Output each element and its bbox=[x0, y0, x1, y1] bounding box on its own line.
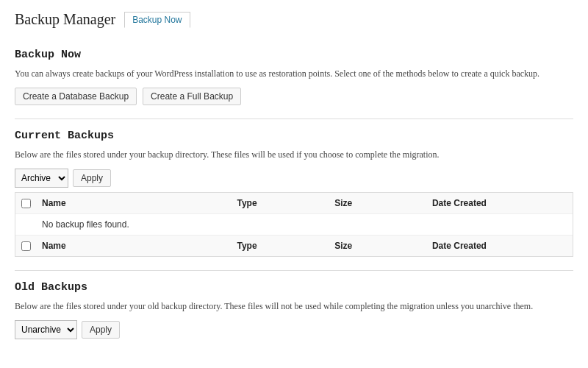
footer-checkbox-cell bbox=[15, 236, 36, 256]
old-backups-apply-button[interactable]: Apply bbox=[82, 321, 120, 339]
backup-now-title: Backup Now bbox=[15, 49, 573, 61]
unarchive-select[interactable]: Unarchive Delete bbox=[15, 322, 76, 337]
no-data-row: No backup files found. bbox=[15, 214, 573, 236]
no-data-message: No backup files found. bbox=[36, 214, 573, 235]
header-date-created: Date Created bbox=[426, 193, 573, 213]
current-backups-table: Name Type Size Date Created No backup fi… bbox=[15, 192, 573, 257]
header-checkbox-cell bbox=[15, 194, 36, 213]
header-type: Type bbox=[231, 193, 329, 213]
footer-date-created: Date Created bbox=[426, 236, 573, 256]
create-database-backup-button[interactable]: Create a Database Backup bbox=[15, 88, 137, 105]
old-backups-title: Old Backups bbox=[15, 281, 573, 294]
page-title: Backup Manager bbox=[15, 11, 115, 28]
select-all-checkbox[interactable] bbox=[21, 199, 31, 208]
footer-size: Size bbox=[329, 236, 426, 256]
no-data-checkbox-cell bbox=[15, 219, 36, 230]
header-size: Size bbox=[329, 193, 426, 213]
backup-now-tab[interactable]: Backup Now bbox=[124, 12, 190, 28]
current-backups-description: Below are the files stored under your ba… bbox=[15, 148, 573, 161]
table-header-row: Name Type Size Date Created bbox=[15, 193, 573, 214]
archive-select[interactable]: Archive Delete Restore bbox=[15, 171, 68, 185]
footer-type: Type bbox=[231, 236, 329, 256]
current-backups-apply-button[interactable]: Apply bbox=[73, 169, 111, 187]
archive-select-wrapper[interactable]: Archive Delete Restore bbox=[15, 169, 68, 188]
footer-name: Name bbox=[36, 236, 231, 256]
table-footer-row: Name Type Size Date Created bbox=[15, 236, 573, 256]
current-backups-title: Current Backups bbox=[15, 130, 573, 142]
old-backups-description: Below are the files stored under your ol… bbox=[15, 300, 573, 313]
unarchive-select-wrapper[interactable]: Unarchive Delete bbox=[15, 320, 77, 339]
backup-now-actions: Create a Database Backup Create a Full B… bbox=[15, 88, 573, 105]
footer-select-all-checkbox[interactable] bbox=[21, 241, 31, 251]
create-full-backup-button[interactable]: Create a Full Backup bbox=[143, 88, 241, 105]
current-backups-section: Current Backups Below are the files stor… bbox=[15, 130, 573, 257]
header-name: Name bbox=[36, 193, 231, 213]
backup-now-section: Backup Now You can always create backups… bbox=[15, 49, 573, 105]
current-backups-action-bar: Archive Delete Restore Apply bbox=[15, 169, 573, 188]
old-backups-section: Old Backups Below are the files stored u… bbox=[15, 281, 573, 339]
old-backups-action-bar: Unarchive Delete Apply bbox=[15, 320, 573, 339]
backup-now-description: You can always create backups of your Wo… bbox=[15, 67, 573, 80]
